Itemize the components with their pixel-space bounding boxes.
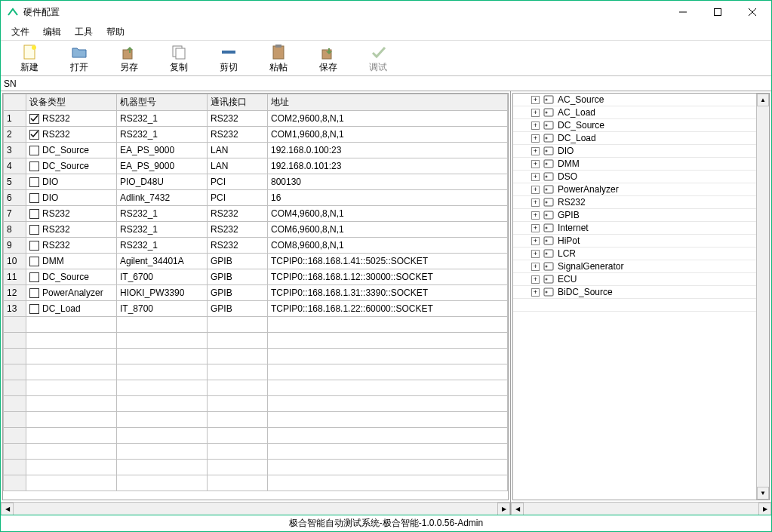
cell-type[interactable]: RS232 xyxy=(26,127,117,143)
tree-item[interactable]: +DC_Load xyxy=(513,132,756,145)
cell-model[interactable]: PIO_D48U xyxy=(117,174,208,190)
menu-tool[interactable]: 工具 xyxy=(69,24,99,40)
cell-comm[interactable]: RS232 xyxy=(208,206,268,222)
tree-item[interactable]: +AC_Source xyxy=(513,94,756,106)
cell-model[interactable]: RS232_1 xyxy=(117,238,208,254)
row-checkbox[interactable] xyxy=(29,257,39,266)
table-row[interactable]: 3DC_SourceEA_PS_9000LAN192.168.0.100:23 xyxy=(4,143,508,158)
tree-item[interactable]: +ECU xyxy=(513,273,756,286)
expand-icon[interactable]: + xyxy=(531,237,540,245)
tree-item[interactable]: +DSO xyxy=(513,171,756,183)
scroll-up-icon[interactable]: ▲ xyxy=(757,94,769,106)
tree-item[interactable]: +SignalGenerator xyxy=(513,260,756,273)
table-row[interactable]: 1RS232RS232_1RS232COM2,9600,8,N,1 xyxy=(4,111,508,127)
expand-icon[interactable]: + xyxy=(531,263,540,271)
row-checkbox[interactable] xyxy=(29,146,39,155)
tree-item[interactable]: +RS232 xyxy=(513,196,756,209)
cell-comm[interactable]: RS232 xyxy=(208,127,268,143)
menu-edit[interactable]: 编辑 xyxy=(37,24,67,40)
device-type-tree[interactable]: +AC_Source+AC_Load+DC_Source+DC_Load+DIO… xyxy=(512,93,770,500)
cell-type[interactable]: DC_Source xyxy=(26,269,117,285)
cell-type[interactable]: DIO xyxy=(26,174,117,190)
row-checkbox[interactable] xyxy=(29,193,39,203)
table-row[interactable]: 12PowerAnalyzerHIOKI_PW3390GPIBTCPIP0::1… xyxy=(4,285,508,301)
cell-type[interactable]: DMM xyxy=(26,254,117,269)
table-row[interactable]: 11DC_SourceIT_6700GPIBTCPIP0::168.168.1.… xyxy=(4,269,508,285)
scroll-right-icon[interactable]: ▶ xyxy=(758,503,771,515)
tree-item[interactable]: +PowerAnalyzer xyxy=(513,183,756,196)
grid-hscroll[interactable]: ◀ ▶ xyxy=(1,502,510,515)
expand-icon[interactable]: + xyxy=(531,173,540,181)
minimize-button[interactable] xyxy=(666,1,700,23)
cell-addr[interactable]: 192.168.0.100:23 xyxy=(268,143,508,158)
table-row[interactable]: 2RS232RS232_1RS232COM1,9600,8,N,1 xyxy=(4,127,508,143)
cell-comm[interactable]: GPIB xyxy=(208,254,268,269)
cell-comm[interactable]: PCI xyxy=(208,174,268,190)
expand-icon[interactable]: + xyxy=(531,224,540,232)
tree-item[interactable]: +DIO xyxy=(513,145,756,158)
tree-item[interactable]: +GPIB xyxy=(513,209,756,222)
row-checkbox[interactable] xyxy=(29,209,39,219)
copy-button[interactable]: 复制 xyxy=(155,41,203,75)
cell-model[interactable]: RS232_1 xyxy=(117,222,208,238)
tree-item[interactable]: +BiDC_Source xyxy=(513,286,756,299)
table-row[interactable]: 5DIOPIO_D48UPCI800130 xyxy=(4,174,508,190)
cell-model[interactable]: EA_PS_9000 xyxy=(117,143,208,158)
cell-addr[interactable]: 16 xyxy=(268,190,508,206)
paste-button[interactable]: 粘帖 xyxy=(254,41,303,75)
cell-comm[interactable]: GPIB xyxy=(208,285,268,301)
maximize-button[interactable] xyxy=(700,1,735,23)
cell-addr[interactable]: TCPIP0::168.168.1.22::60000::SOCKET xyxy=(268,301,508,317)
cell-comm[interactable]: GPIB xyxy=(208,269,268,285)
row-checkbox[interactable] xyxy=(29,225,39,235)
col-comm[interactable]: 通讯接口 xyxy=(208,94,268,111)
expand-icon[interactable]: + xyxy=(531,250,540,258)
row-checkbox[interactable] xyxy=(29,177,39,187)
cell-model[interactable]: Adlink_7432 xyxy=(117,190,208,206)
cell-comm[interactable]: RS232 xyxy=(208,238,268,254)
col-model[interactable]: 机器型号 xyxy=(117,94,208,111)
cell-addr[interactable]: TCPIP0::168.168.1.41::5025::SOCKET xyxy=(268,254,508,269)
cell-model[interactable]: Agilent_34401A xyxy=(117,254,208,269)
cell-comm[interactable]: PCI xyxy=(208,190,268,206)
table-row[interactable]: 4DC_SourceEA_PS_9000LAN192.168.0.101:23 xyxy=(4,158,508,174)
cell-addr[interactable]: 192.168.0.101:23 xyxy=(268,158,508,174)
expand-icon[interactable]: + xyxy=(531,198,540,207)
cell-comm[interactable]: LAN xyxy=(208,158,268,174)
tree-item[interactable]: +Internet xyxy=(513,222,756,235)
cell-comm[interactable]: GPIB xyxy=(208,301,268,317)
cell-type[interactable]: DC_Source xyxy=(26,143,117,158)
scroll-left-icon[interactable]: ◀ xyxy=(511,503,524,515)
cell-type[interactable]: PowerAnalyzer xyxy=(26,285,117,301)
new-button[interactable]: 新建 xyxy=(5,41,54,75)
save-button[interactable]: 保存 xyxy=(304,41,352,75)
tree-item[interactable]: +DMM xyxy=(513,158,756,171)
cell-type[interactable]: DC_Source xyxy=(26,158,117,174)
cell-comm[interactable]: RS232 xyxy=(208,111,268,127)
scroll-down-icon[interactable]: ▼ xyxy=(757,487,769,500)
table-row[interactable]: 13DC_LoadIT_8700GPIBTCPIP0::168.168.1.22… xyxy=(4,301,508,317)
row-checkbox[interactable] xyxy=(29,161,39,171)
expand-icon[interactable]: + xyxy=(531,109,540,117)
expand-icon[interactable]: + xyxy=(531,211,540,220)
tree-item[interactable]: +HiPot xyxy=(513,235,756,248)
expand-icon[interactable]: + xyxy=(531,147,540,155)
cell-model[interactable]: RS232_1 xyxy=(117,206,208,222)
tree-item[interactable]: +DC_Source xyxy=(513,119,756,132)
cell-addr[interactable]: COM4,9600,8,N,1 xyxy=(268,206,508,222)
table-row[interactable]: 8RS232RS232_1RS232COM6,9600,8,N,1 xyxy=(4,222,508,238)
cell-type[interactable]: DIO xyxy=(26,190,117,206)
tree-item[interactable]: +AC_Load xyxy=(513,106,756,119)
cell-addr[interactable]: TCPIP0::168.168.1.12::30000::SOCKET xyxy=(268,269,508,285)
cell-addr[interactable]: COM6,9600,8,N,1 xyxy=(268,222,508,238)
cut-button[interactable]: 剪切 xyxy=(205,41,253,75)
cell-model[interactable]: EA_PS_9000 xyxy=(117,158,208,174)
cell-model[interactable]: IT_6700 xyxy=(117,269,208,285)
cell-type[interactable]: RS232 xyxy=(26,206,117,222)
table-row[interactable]: 6DIOAdlink_7432PCI16 xyxy=(4,190,508,206)
tree-vscroll[interactable]: ▲ ▼ xyxy=(756,94,769,500)
cell-type[interactable]: DC_Load xyxy=(26,301,117,317)
row-checkbox[interactable] xyxy=(29,114,39,124)
cell-type[interactable]: RS232 xyxy=(26,222,117,238)
saveas-button[interactable]: 另存 xyxy=(105,41,153,75)
